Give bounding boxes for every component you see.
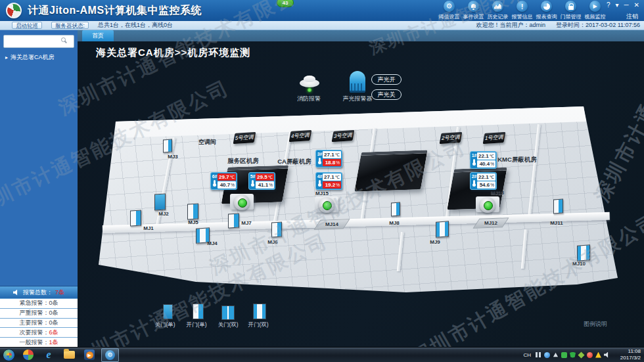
- legend-open-double-icon: [253, 304, 266, 319]
- status-bar: 启动轮巡 服务器状态: 总共1台，在线1台，离线0台 欢迎您！当前用户：admi…: [0, 21, 644, 30]
- door-mj11-open-icon[interactable]: [553, 198, 563, 214]
- alarm-row-critical[interactable]: 紧急报警：0条: [0, 298, 78, 308]
- access-control-button[interactable]: 门禁管理: [559, 1, 583, 20]
- notification-count-badge[interactable]: 43: [277, 0, 294, 7]
- meter-5[interactable]: 5# 29.5℃ 41.1%: [248, 172, 275, 190]
- dome-camera-icon[interactable]: [480, 197, 495, 213]
- door-mj10-open-icon[interactable]: [577, 244, 590, 261]
- play-icon: ▶: [589, 1, 601, 12]
- minimize-button[interactable]: ─: [624, 1, 629, 9]
- temperature-value: 27.1℃: [323, 151, 341, 158]
- alarm-total-count: 7条: [55, 288, 64, 297]
- meter-1[interactable]: 1# 22.1℃ 40.4%: [470, 151, 497, 169]
- thermometer-icon: [319, 158, 321, 163]
- main-area: 首页 海关总署CA机房>>机房环境监测 消防报警 声光报警器 声光开 声光关: [78, 30, 644, 347]
- bell-icon: [468, 1, 479, 12]
- taskbar-clock[interactable]: 11:08 2017/3/2: [620, 348, 641, 361]
- threshold-settings-button[interactable]: ⚙ 阈值设置: [437, 1, 461, 20]
- temperature-value-alarm: 29.5℃: [256, 173, 274, 181]
- thermometer-icon: [252, 180, 254, 185]
- sound-light-alarm-icon[interactable]: [350, 71, 365, 93]
- gear-icon: ⚙: [444, 1, 455, 12]
- pie-chart-icon: [541, 1, 552, 12]
- ac-unit-1[interactable]: 1号空调: [483, 132, 506, 144]
- tree-item-label: 海关总署CA机房: [11, 53, 55, 62]
- dome-camera-icon[interactable]: [319, 197, 334, 213]
- temperature-value: 22.1℃: [477, 152, 495, 160]
- security-shield-icon[interactable]: [570, 352, 576, 358]
- meter-6[interactable]: 6# 29.7℃ 40.7%: [210, 172, 237, 190]
- internet-explorer-icon[interactable]: e: [41, 348, 56, 361]
- close-button[interactable]: ✕: [634, 1, 639, 9]
- humidity-value: 41.1%: [256, 181, 274, 189]
- door-mj5-open-icon[interactable]: [187, 203, 198, 219]
- alarm-info-button[interactable]: ! 报警信息: [510, 1, 534, 20]
- show-hidden-icons[interactable]: [553, 352, 559, 358]
- meter-2[interactable]: 2# 22.1℃ 54.6%: [470, 172, 497, 190]
- monitoring-app-window: 计通Jiton-AMS计算机集中监控系统 43 ⚙ 阈值设置 事件设置 历史记录…: [0, 0, 644, 362]
- windows-taskbar: e ▶ ⚙ CH 11:08 2017/3/2: [0, 347, 644, 362]
- ac-unit-5[interactable]: 5号空调: [233, 132, 256, 144]
- help-button[interactable]: ?: [607, 1, 610, 9]
- room-label-server-area: 服务区机房: [217, 157, 269, 166]
- tab-home[interactable]: 首页: [82, 30, 114, 41]
- video-monitor-button[interactable]: ▶ 视频监控: [583, 1, 607, 20]
- humidity-value: 40.4%: [477, 160, 495, 168]
- title-bar: 计通Jiton-AMS计算机集中监控系统 43 ⚙ 阈值设置 事件设置 历史记录…: [0, 0, 644, 21]
- usb-icon[interactable]: [561, 352, 567, 358]
- media-player-icon[interactable]: ▶: [82, 348, 97, 361]
- sidebar-item-ca-room[interactable]: ▸ 海关总署CA机房: [0, 48, 78, 62]
- event-settings-button[interactable]: 事件设置: [461, 1, 486, 20]
- tray-app-icon[interactable]: [587, 352, 593, 358]
- alarm-row-minor[interactable]: 次要报警：6条: [0, 327, 78, 337]
- legend-note[interactable]: 图例说明: [584, 320, 630, 328]
- toolbar: ⚙ 阈值设置 事件设置 历史记录 ! 报警信息 报表查询 门禁管理: [437, 1, 607, 20]
- logout-button[interactable]: 注销: [626, 12, 638, 21]
- system-tray: CH: [523, 352, 610, 358]
- humidity-value: 40.7%: [218, 181, 236, 189]
- qq-icon[interactable]: [544, 352, 550, 358]
- meter-4[interactable]: 4# 27.1℃ 19.2%: [315, 172, 342, 190]
- server-status-text: 总共1台，在线1台，离线0台: [98, 21, 173, 30]
- collapse-button[interactable]: ▾: [615, 1, 618, 9]
- sound-light-off-button[interactable]: 声光关: [371, 89, 402, 100]
- door-mj6-open-icon[interactable]: [271, 221, 282, 237]
- sound-light-on-button[interactable]: 声光开: [371, 74, 402, 85]
- start-patrol-button[interactable]: 启动轮巡: [12, 22, 42, 29]
- chevron-right-icon: ▸: [5, 55, 8, 60]
- volume-icon[interactable]: [604, 352, 610, 358]
- smoke-detector-icon[interactable]: [298, 76, 321, 92]
- file-explorer-icon[interactable]: [62, 348, 76, 361]
- pinwheel-app-icon[interactable]: [21, 348, 35, 361]
- exclamation-icon: !: [517, 1, 528, 12]
- monitoring-app-taskbar-button[interactable]: ⚙: [101, 348, 119, 362]
- history-records-button[interactable]: 历史记录: [486, 1, 510, 20]
- start-button[interactable]: [3, 349, 15, 361]
- legend-open-single-icon: [193, 304, 204, 319]
- ac-unit-2[interactable]: 2号空调: [440, 132, 463, 144]
- alarm-total-header: 报警总数： 7条: [0, 286, 78, 298]
- alarm-row-severe[interactable]: 严重报警：0条: [0, 308, 78, 318]
- network-icon[interactable]: [536, 352, 541, 357]
- antivirus-icon[interactable]: [578, 351, 584, 358]
- ac-unit-3[interactable]: 3号空调: [332, 130, 355, 142]
- dome-camera-icon[interactable]: [234, 194, 250, 210]
- alarm-row-general[interactable]: 一般报警：1条: [0, 337, 78, 347]
- ac-unit-4[interactable]: 4号空调: [289, 130, 312, 142]
- temperature-value: 22.1℃: [477, 173, 495, 181]
- door-mj9-open-icon[interactable]: [436, 221, 449, 237]
- door-mj8-open-icon[interactable]: [391, 202, 400, 217]
- server-status-button[interactable]: 服务器状态:: [51, 22, 89, 29]
- window-controls: ? ▾ ─ ✕: [607, 1, 639, 9]
- door-mj1-open-icon[interactable]: [130, 210, 141, 226]
- door-mj2-closed-icon[interactable]: [154, 193, 166, 210]
- alarm-row-major[interactable]: 主要报警：0条: [0, 318, 78, 328]
- speaker-icon: [13, 290, 19, 296]
- legend-closed-double-icon: [221, 305, 235, 320]
- language-indicator[interactable]: CH: [523, 352, 531, 358]
- report-query-button[interactable]: 报表查询: [534, 1, 559, 20]
- warning-icon[interactable]: [595, 352, 601, 358]
- door-mj3-open-icon[interactable]: [163, 139, 172, 153]
- meter-3[interactable]: 3# 27.1℃ 18.8%: [315, 150, 342, 168]
- tab-strip: 首页: [78, 30, 644, 41]
